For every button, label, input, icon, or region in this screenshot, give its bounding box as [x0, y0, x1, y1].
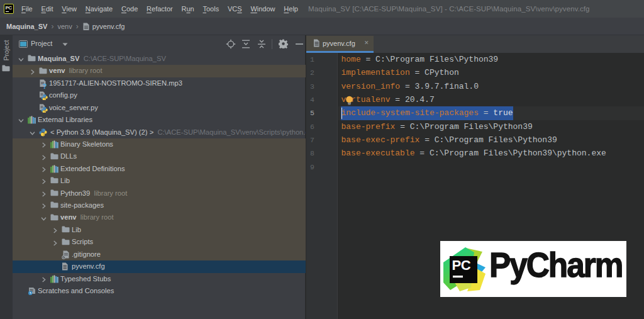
- svg-text:PC: PC: [452, 257, 471, 273]
